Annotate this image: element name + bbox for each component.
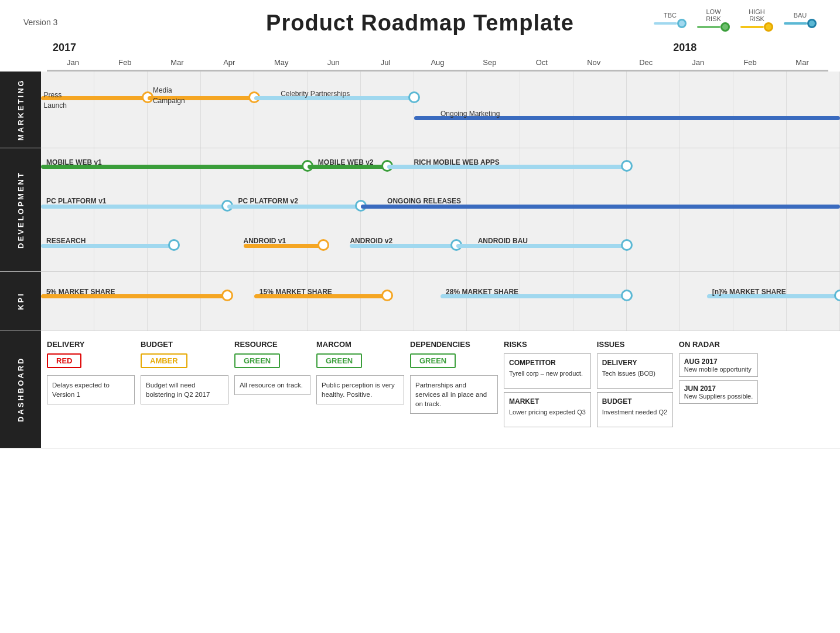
dash-text-resource: All resource on track. [240, 380, 305, 390]
grid-line [627, 272, 680, 331]
timeline-wrapper: 2017 2018 JanFebMarAprMayJunJulAugSepOct… [41, 42, 834, 72]
dash-text-marcom: Public perception is very healthy. Posit… [322, 380, 399, 399]
dash-title-issues: ISSUES [597, 340, 673, 349]
main-container: 2017 2018 JanFebMarAprMayJunJulAugSepOct… [0, 42, 840, 448]
dash-title-budget: BUDGET [141, 340, 228, 349]
dash-col-issues: ISSUES DELIVERY Tech issues (BOB) BUDGET… [597, 340, 673, 439]
grid-line [627, 72, 680, 148]
label-kpi-n: [n]% MARKET SHARE [712, 286, 786, 297]
legend-high-risk: HIGHRISK [740, 8, 773, 32]
dot-kpi-28 [621, 290, 633, 301]
dash-box-delivery-issue: DELIVERY Tech issues (BOB) [597, 353, 673, 389]
dash-badge-marcom: GREEN [316, 353, 362, 368]
label-android-bau: ANDROID BAU [478, 235, 528, 246]
dot-celebrity [408, 91, 420, 103]
grid-line [308, 272, 361, 331]
dash-box-competitor-title: COMPETITOR [509, 359, 586, 367]
month-row: JanFebMarAprMayJunJulAugSepOctNovDecJanF… [47, 57, 828, 68]
grid-line [680, 272, 733, 331]
dash-title-delivery: DELIVERY [47, 340, 135, 349]
grid-line [573, 272, 627, 331]
dot-kpi-n [834, 290, 840, 301]
dash-text-delivery: Delays expected to Version 1 [52, 380, 129, 399]
grid-line [467, 272, 520, 331]
on-radar-jun-date: JUN 2017 [684, 384, 753, 393]
grid-line [520, 72, 573, 148]
grid-line [627, 148, 680, 271]
grid-line [680, 148, 733, 271]
section-development: DEVELOPMENT MOBILE WEB v1 MOBILE WEB v2 … [0, 148, 840, 272]
dash-col-budget: BUDGET AMBER Budget will need bolstering… [141, 340, 228, 439]
dash-box-delivery-issue-title: DELIVERY [602, 359, 668, 367]
dashboard-content: DELIVERY RED Delays expected to Version … [41, 331, 840, 448]
month-cell: Mar [776, 57, 828, 68]
grid-line [148, 72, 201, 148]
label-rich-mobile: RICH MOBILE WEB APPS [414, 156, 500, 167]
section-kpi: KPI 5% MARKET SHARE 15% MARKET SHARE 28%… [0, 272, 840, 331]
grid-line [308, 72, 361, 148]
label-ongoing-releases: ONGOING RELEASES [387, 195, 461, 206]
section-marketing: MARKETING PressLaunch MediaCampaign Cele… [0, 72, 840, 148]
grid-line [201, 272, 254, 331]
section-label-kpi: KPI [0, 272, 41, 331]
section-content-marketing: PressLaunch MediaCampaign Celebrity Part… [41, 72, 840, 148]
grid-line [254, 272, 308, 331]
month-cell: Feb [99, 57, 151, 68]
label-android-v1: ANDROID v1 [244, 235, 286, 246]
label-mobile-web-v1: MOBILE WEB v1 [46, 156, 102, 167]
month-cell: Aug [412, 57, 464, 68]
dot-android-v1 [317, 239, 329, 251]
dash-box-budget-issue-title: BUDGET [602, 397, 668, 406]
year-row: 2017 2018 [53, 42, 828, 56]
label-celebrity: Celebrity Partnerships [281, 88, 350, 98]
dot-research [168, 239, 180, 251]
version-label: Version 3 [23, 18, 57, 27]
month-cell: Jan [47, 57, 99, 68]
grid-line [733, 272, 787, 331]
grid-line [94, 272, 148, 331]
month-cell: Nov [568, 57, 620, 68]
dash-text-budget: Budget will need bolstering in Q2 2017 [146, 380, 223, 399]
label-research: RESEARCH [46, 235, 86, 246]
year-2017: 2017 [53, 42, 76, 54]
month-cell: Mar [151, 57, 203, 68]
label-ongoing-marketing: Ongoing Marketing [441, 108, 500, 118]
dash-badge-budget: AMBER [141, 353, 187, 368]
dash-box-budget-issue: BUDGET Investment needed Q2 [597, 392, 673, 427]
label-media-campaign: MediaCampaign [153, 84, 185, 106]
dash-box-budget-issue-text: Investment needed Q2 [602, 408, 668, 417]
dash-title-resource: RESOURCE [234, 340, 310, 349]
grid-line [733, 72, 787, 148]
legend-tbc: TBC [654, 12, 687, 28]
month-cell: Oct [515, 57, 568, 68]
on-radar-aug: AUG 2017 New mobile opportunity [679, 353, 758, 377]
dash-title-dependencies: DEPENDENCIES [410, 340, 498, 349]
label-android-v2: ANDROID v2 [350, 235, 392, 246]
on-radar-jun-text: New Suppliers possible. [684, 393, 753, 400]
dot-android-bau [621, 239, 633, 251]
dash-box-market: MARKET Lower pricing expected Q3 [504, 392, 591, 427]
grid-line [361, 72, 414, 148]
grid-line [41, 272, 94, 331]
dash-col-dependencies: DEPENDENCIES GREEN Partnerships and serv… [410, 340, 498, 439]
month-cell: Feb [724, 57, 776, 68]
grid-line [680, 72, 733, 148]
dot-rich-mobile [621, 160, 633, 172]
legend-bau: BAU [784, 12, 817, 28]
section-dashboard: DASHBOARD DELIVERY RED Delays expected t… [0, 331, 840, 448]
dash-col-resource: RESOURCE GREEN All resource on track. [234, 340, 310, 439]
month-cell: Jul [360, 57, 412, 68]
month-cell: Jun [308, 57, 360, 68]
month-cell: Apr [203, 57, 255, 68]
dash-box-competitor-text: Tyrell corp – new product. [509, 369, 586, 378]
section-label-marketing: MARKETING [0, 72, 41, 148]
grid-line [94, 72, 148, 148]
on-radar-jun: JUN 2017 New Suppliers possible. [679, 380, 758, 404]
dash-title-risks: RISKS [504, 340, 591, 349]
grid-line [254, 72, 308, 148]
grid-line [148, 272, 201, 331]
dash-box-delivery-issue-text: Tech issues (BOB) [602, 369, 668, 378]
section-label-dashboard: DASHBOARD [0, 331, 41, 448]
label-kpi-15: 15% MARKET SHARE [259, 286, 332, 297]
dash-badge-delivery: RED [47, 353, 81, 368]
